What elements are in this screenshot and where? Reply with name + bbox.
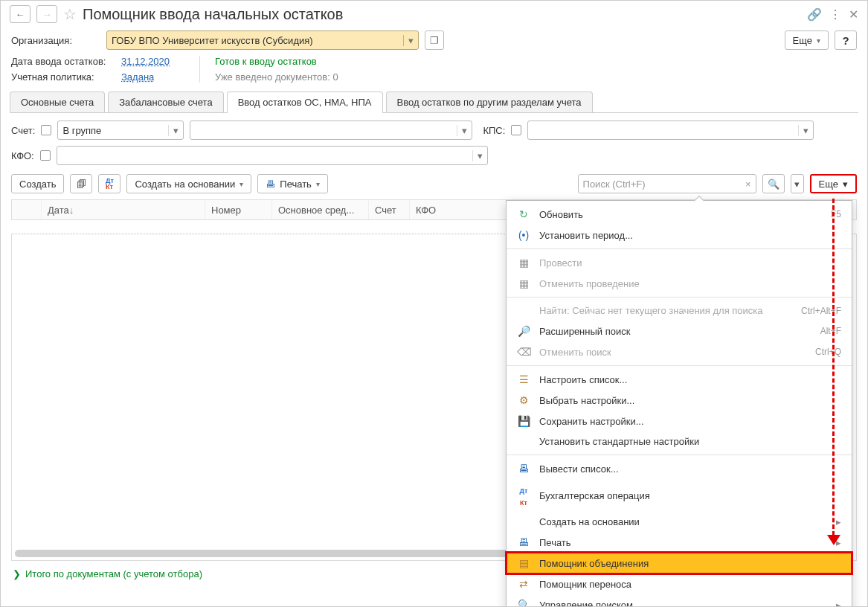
menu-item[interactable]: 🔎Расширенный поискAlt+F — [507, 321, 852, 341]
printer-icon: 🖶 — [266, 179, 275, 190]
menu-icon: ⚙ — [517, 394, 530, 406]
menu-icon: ⇄ — [517, 578, 530, 590]
org-open-button[interactable]: ❐ — [425, 30, 444, 50]
menu-label: Расширенный поиск — [539, 326, 811, 337]
more-menu: ↻ОбновитьF5(•)Установить период...▦Прове… — [506, 200, 852, 607]
menu-icon: ▤ — [517, 557, 530, 569]
chevron-right-icon: ❯ — [13, 568, 21, 579]
menu-icon: 💾 — [517, 415, 530, 427]
menu-icon: ⌫ — [517, 346, 530, 358]
menu-item[interactable]: ⚙Выбрать настройки... — [507, 390, 852, 411]
menu-item[interactable]: Установить стандартные настройки — [507, 431, 852, 452]
page-title: Помощник ввода начальных остатков — [83, 6, 343, 23]
menu-item[interactable]: (•)Установить период... — [507, 225, 852, 245]
menu-icon: 🔎 — [517, 325, 530, 337]
menu-item[interactable]: Создать на основании▸ — [507, 512, 852, 532]
menu-label: Управление поиском — [539, 600, 827, 608]
menu-icon: ↻ — [517, 208, 530, 220]
kfo-checkbox[interactable] — [40, 150, 51, 161]
favorite-star-icon[interactable]: ☆ — [63, 5, 77, 23]
create-based-button[interactable]: Создать на основании▾ — [126, 174, 251, 193]
search-button[interactable]: 🔍 — [762, 174, 785, 193]
menu-label: Настроить список... — [539, 374, 841, 385]
docs-count: Уже введено документов: 0 — [215, 71, 338, 83]
tab-offbalance[interactable]: Забалансовые счета — [108, 91, 223, 112]
menu-icon: (•) — [517, 229, 530, 241]
date-link[interactable]: 31.12.2020 — [121, 56, 170, 67]
menu-icon: ДтКт — [517, 484, 530, 507]
menu-icon: 🔍 — [517, 599, 530, 607]
search-dd-button[interactable]: ▾ — [791, 174, 804, 193]
grid-col-schet[interactable]: Счет — [369, 200, 410, 219]
menu-item[interactable]: ☰Настроить список... — [507, 369, 852, 390]
menu-icon: 🖶 — [517, 463, 530, 475]
menu-label: Помощник объединения — [539, 558, 841, 569]
help-button[interactable]: ? — [835, 30, 857, 50]
org-select[interactable]: ГОБУ ВПО Университет искусств (Субсидия)… — [106, 30, 419, 50]
tab-main-accounts[interactable]: Основные счета — [10, 91, 105, 112]
search-placeholder: Поиск (Ctrl+F) — [583, 179, 646, 190]
status-text: Готов к вводу остатков — [215, 56, 338, 67]
menu-label: Бухгалтерская операция — [539, 490, 841, 501]
kfo-label: КФО: — [11, 150, 34, 161]
annotation-arrow — [832, 199, 835, 542]
menu-icon: ☰ — [517, 373, 530, 385]
menu-label: Отменить поиск — [539, 347, 806, 358]
toolbar-more-button[interactable]: Еще▾ — [810, 174, 857, 193]
print-button[interactable]: 🖶Печать▾ — [257, 174, 328, 193]
copy-button[interactable]: 🗐 — [70, 174, 92, 193]
menu-item: Найти: Сейчас нет текущего значения для … — [507, 301, 852, 321]
nav-back-button[interactable]: ← — [10, 5, 30, 23]
link-icon[interactable]: 🔗 — [807, 7, 822, 22]
menu-item: ⌫Отменить поискCtrl+Q — [507, 341, 852, 362]
search-input[interactable]: Поиск (Ctrl+F) × — [578, 174, 756, 193]
schet-checkbox[interactable] — [41, 125, 51, 135]
grid-col-number[interactable]: Номер — [205, 200, 272, 219]
date-label: Дата ввода остатков: — [11, 56, 115, 67]
submenu-icon: ▸ — [836, 516, 841, 527]
menu-item[interactable]: 🖶Вывести список... — [507, 458, 852, 479]
grid-col-asset[interactable]: Основное сред... — [272, 200, 369, 219]
header-more-button[interactable]: Еще▾ — [785, 30, 829, 50]
menu-label: Печать — [539, 537, 827, 548]
schet-select[interactable]: ▾ — [190, 121, 472, 140]
kebab-icon[interactable]: ⋮ — [829, 7, 841, 22]
org-label: Организация: — [11, 35, 100, 46]
kps-select[interactable]: ▾ — [527, 121, 814, 140]
nav-forward-button[interactable]: → — [36, 5, 57, 23]
menu-label: Найти: Сейчас нет текущего значения для … — [539, 305, 792, 316]
org-value: ГОБУ ВПО Университет искусств (Субсидия) — [112, 35, 313, 46]
menu-item[interactable]: ⇄Помощник переноса — [507, 574, 852, 594]
menu-item[interactable]: ▤Помощник объединения — [507, 553, 852, 574]
create-button[interactable]: Создать — [11, 174, 64, 193]
menu-label: Провести — [539, 257, 841, 269]
menu-item[interactable]: ↻ОбновитьF5 — [507, 204, 852, 225]
chevron-down-icon[interactable]: ▾ — [403, 35, 414, 46]
kps-label: КПС: — [483, 125, 505, 136]
menu-icon: ▦ — [517, 257, 530, 269]
menu-item[interactable]: 🖶Печать▸ — [507, 532, 852, 553]
menu-label: Отменить проведение — [539, 278, 841, 289]
grid-col-date[interactable]: Дата — [42, 200, 205, 219]
kps-checkbox[interactable] — [511, 125, 521, 135]
menu-item: ▦Отменить проведение — [507, 273, 852, 294]
grid-col-marker[interactable] — [12, 200, 42, 219]
kfo-select[interactable]: ▾ — [57, 146, 488, 165]
tab-other[interactable]: Ввод остатков по другим разделам учета — [386, 91, 593, 112]
group-select[interactable]: В группе▾ — [57, 121, 184, 140]
menu-label: Обновить — [539, 209, 822, 220]
tabs: Основные счета Забалансовые счета Ввод о… — [10, 91, 858, 113]
menu-label: Вывести список... — [539, 463, 841, 475]
tab-os-nma[interactable]: Ввод остатков ОС, НМА, НПА — [227, 91, 383, 112]
menu-item[interactable]: ДтКтБухгалтерская операция — [507, 479, 852, 512]
dtkt-button[interactable]: ДтКт — [98, 174, 120, 193]
menu-label: Установить период... — [539, 230, 841, 241]
menu-item[interactable]: 🔍Управление поиском▸ — [507, 594, 852, 607]
menu-label: Выбрать настройки... — [539, 395, 841, 406]
close-icon[interactable]: ✕ — [849, 7, 858, 22]
menu-label: Сохранить настройки... — [539, 416, 841, 427]
policy-link[interactable]: Задана — [121, 71, 154, 83]
clear-search-icon[interactable]: × — [745, 179, 751, 190]
menu-item[interactable]: 💾Сохранить настройки... — [507, 411, 852, 431]
menu-label: Установить стандартные настройки — [539, 436, 841, 447]
